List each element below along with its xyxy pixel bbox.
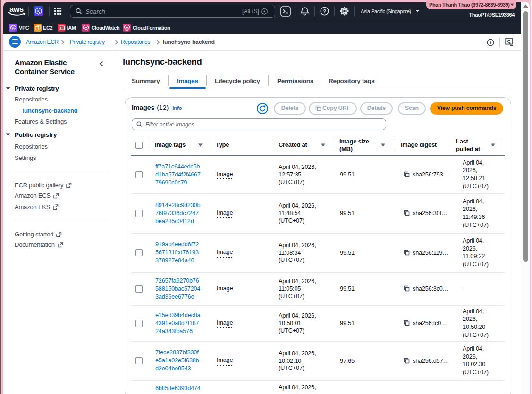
- svg-text:?: ?: [323, 8, 326, 14]
- svg-text:aws: aws: [9, 5, 24, 13]
